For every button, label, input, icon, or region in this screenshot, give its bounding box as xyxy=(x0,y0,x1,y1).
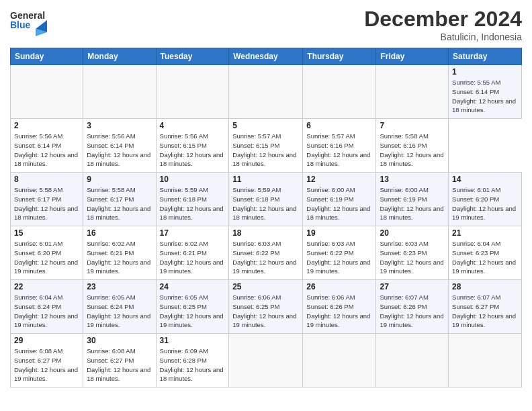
col-sunday: Sunday xyxy=(11,48,83,65)
col-thursday: Thursday xyxy=(303,48,376,65)
table-row: 28Sunrise: 6:07 AMSunset: 6:27 PMDayligh… xyxy=(449,280,522,334)
logo-icon: General Blue xyxy=(10,7,47,37)
table-row: 3Sunrise: 5:56 AMSunset: 6:14 PMDaylight… xyxy=(83,119,156,173)
table-row: 6Sunrise: 5:57 AMSunset: 6:16 PMDaylight… xyxy=(303,119,376,173)
table-row: 9Sunrise: 5:58 AMSunset: 6:17 PMDaylight… xyxy=(83,173,156,226)
empty-cell xyxy=(303,65,376,119)
table-row: 26Sunrise: 6:06 AMSunset: 6:26 PMDayligh… xyxy=(303,280,376,334)
empty-cell xyxy=(376,65,449,119)
table-row: 14Sunrise: 6:01 AMSunset: 6:20 PMDayligh… xyxy=(449,173,522,226)
table-row: 17Sunrise: 6:02 AMSunset: 6:21 PMDayligh… xyxy=(156,226,229,280)
table-row: 18Sunrise: 6:03 AMSunset: 6:22 PMDayligh… xyxy=(229,226,303,280)
page: General Blue December 2024 Batulicin, In… xyxy=(0,0,532,411)
col-monday: Monday xyxy=(83,48,156,65)
table-row: 23Sunrise: 6:05 AMSunset: 6:24 PMDayligh… xyxy=(83,280,156,334)
logo: General Blue xyxy=(10,7,50,37)
table-row: 15Sunrise: 6:01 AMSunset: 6:20 PMDayligh… xyxy=(11,226,83,280)
table-row: 30Sunrise: 6:08 AMSunset: 6:27 PMDayligh… xyxy=(83,334,156,387)
table-row: 24Sunrise: 6:05 AMSunset: 6:25 PMDayligh… xyxy=(156,280,229,334)
col-tuesday: Tuesday xyxy=(156,48,229,65)
empty-cell xyxy=(156,65,229,119)
table-row xyxy=(449,334,522,387)
svg-text:Blue: Blue xyxy=(10,19,31,30)
table-row: 7Sunrise: 5:58 AMSunset: 6:16 PMDaylight… xyxy=(376,119,449,173)
table-row: 27Sunrise: 6:07 AMSunset: 6:26 PMDayligh… xyxy=(376,280,449,334)
header: General Blue December 2024 Batulicin, In… xyxy=(10,7,522,42)
table-row: 21Sunrise: 6:04 AMSunset: 6:23 PMDayligh… xyxy=(449,226,522,280)
table-row: 20Sunrise: 6:03 AMSunset: 6:23 PMDayligh… xyxy=(376,226,449,280)
page-subtitle: Batulicin, Indonesia xyxy=(364,32,522,42)
page-title: December 2024 xyxy=(364,7,522,32)
table-row: 1Sunrise: 5:55 AMSunset: 6:14 PMDaylight… xyxy=(449,65,522,119)
calendar-table: Sunday Monday Tuesday Wednesday Thursday… xyxy=(10,48,522,387)
table-row: 25Sunrise: 6:06 AMSunset: 6:25 PMDayligh… xyxy=(229,280,303,334)
col-wednesday: Wednesday xyxy=(229,48,303,65)
empty-cell xyxy=(11,65,83,119)
table-row: 4Sunrise: 5:56 AMSunset: 6:15 PMDaylight… xyxy=(156,119,229,173)
table-row: 10Sunrise: 5:59 AMSunset: 6:18 PMDayligh… xyxy=(156,173,229,226)
table-row: 2Sunrise: 5:56 AMSunset: 6:14 PMDaylight… xyxy=(11,119,83,173)
table-row: 31Sunrise: 6:09 AMSunset: 6:28 PMDayligh… xyxy=(156,334,229,387)
empty-cell xyxy=(229,65,303,119)
calendar-header-row: Sunday Monday Tuesday Wednesday Thursday… xyxy=(11,48,522,65)
table-row: 11Sunrise: 5:59 AMSunset: 6:18 PMDayligh… xyxy=(229,173,303,226)
table-row: 16Sunrise: 6:02 AMSunset: 6:21 PMDayligh… xyxy=(83,226,156,280)
table-row xyxy=(303,334,376,387)
table-row: 13Sunrise: 6:00 AMSunset: 6:19 PMDayligh… xyxy=(376,173,449,226)
table-row: 29Sunrise: 6:08 AMSunset: 6:27 PMDayligh… xyxy=(11,334,83,387)
table-row: 12Sunrise: 6:00 AMSunset: 6:19 PMDayligh… xyxy=(303,173,376,226)
table-row: 8Sunrise: 5:58 AMSunset: 6:17 PMDaylight… xyxy=(11,173,83,226)
table-row: 22Sunrise: 6:04 AMSunset: 6:24 PMDayligh… xyxy=(11,280,83,334)
table-row xyxy=(376,334,449,387)
col-saturday: Saturday xyxy=(449,48,522,65)
table-row: 5Sunrise: 5:57 AMSunset: 6:15 PMDaylight… xyxy=(229,119,303,173)
empty-cell xyxy=(83,65,156,119)
table-row: 19Sunrise: 6:03 AMSunset: 6:22 PMDayligh… xyxy=(303,226,376,280)
col-friday: Friday xyxy=(376,48,449,65)
table-row xyxy=(229,334,303,387)
title-block: December 2024 Batulicin, Indonesia xyxy=(364,7,522,42)
